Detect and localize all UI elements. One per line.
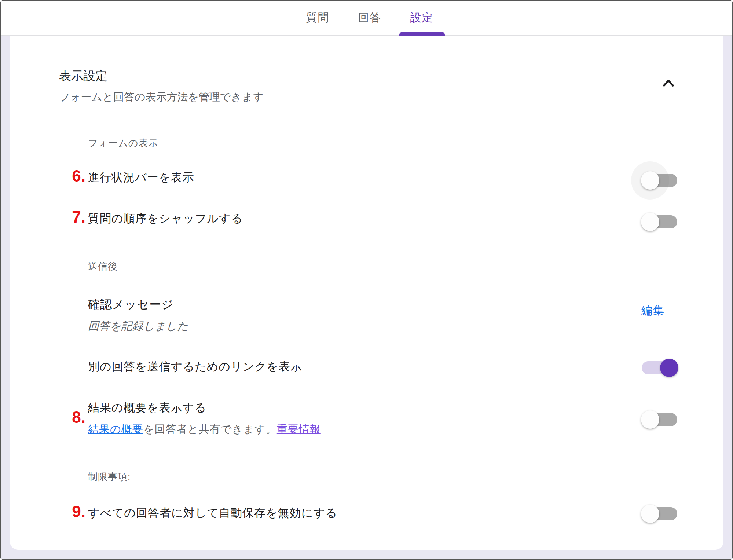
panel-subtitle: フォームと回答の表示方法を管理できます (59, 90, 264, 105)
results-summary-description: 結果の概要を回答者と共有できます。重要情報 (88, 422, 321, 437)
results-summary-desc-text: を回答者と共有できます。 (143, 423, 277, 435)
edit-confirmation-link[interactable]: 編集 (641, 303, 665, 318)
section-after-submission: 送信後 (88, 260, 118, 273)
collapse-section-button[interactable] (658, 74, 679, 94)
disable-autosave-toggle[interactable] (642, 507, 677, 520)
annotation-8: 8. (64, 408, 85, 427)
annotation-7: 7. (64, 208, 85, 226)
app-window: 質問 回答 設定 表示設定 フォームと回答の表示方法を管理できます フォームの表… (0, 0, 733, 560)
shuffle-questions-toggle[interactable] (642, 215, 677, 228)
tab-responses[interactable]: 回答 (358, 0, 382, 35)
toggle-knob (641, 505, 659, 523)
toggle-knob (641, 171, 659, 190)
show-resubmit-link-label: 別の回答を送信するためのリンクを表示 (88, 359, 302, 374)
confirmation-message-label: 確認メッセージ (88, 297, 174, 313)
show-resubmit-link-toggle[interactable] (642, 361, 677, 374)
results-summary-toggle[interactable] (642, 413, 677, 426)
section-restrictions: 制限事項: (88, 471, 131, 483)
tab-settings[interactable]: 設定 (410, 0, 434, 35)
settings-page: 表示設定 フォームと回答の表示方法を管理できます フォームの表示 6. 進行状況… (1, 36, 732, 560)
chevron-up-icon (660, 76, 677, 92)
toggle-knob (641, 410, 659, 429)
progress-bar-label: 進行状況バーを表示 (88, 170, 194, 185)
important-info-link[interactable]: 重要情報 (277, 423, 321, 435)
annotation-6: 6. (64, 167, 85, 185)
annotation-9: 9. (64, 502, 85, 521)
tab-responses-label: 回答 (358, 10, 382, 25)
results-summary-label: 結果の概要を表示する (88, 400, 206, 416)
panel-title: 表示設定 (59, 68, 107, 84)
progress-bar-toggle[interactable] (642, 174, 677, 187)
toggle-knob (641, 213, 659, 231)
disable-autosave-label: すべての回答者に対して自動保存を無効にする (88, 505, 337, 521)
section-form-presentation: フォームの表示 (88, 137, 158, 150)
presentation-settings-card: 表示設定 フォームと回答の表示方法を管理できます フォームの表示 6. 進行状況… (10, 36, 723, 550)
tab-questions-label: 質問 (306, 10, 330, 25)
confirmation-message-value: 回答を記録しました (88, 319, 188, 334)
tab-questions[interactable]: 質問 (306, 0, 330, 35)
form-tabs-bar: 質問 回答 設定 (1, 1, 732, 36)
tab-settings-label: 設定 (410, 10, 434, 25)
toggle-knob (660, 359, 678, 377)
results-summary-link[interactable]: 結果の概要 (88, 423, 143, 435)
shuffle-questions-label: 質問の順序をシャッフルする (88, 211, 243, 226)
